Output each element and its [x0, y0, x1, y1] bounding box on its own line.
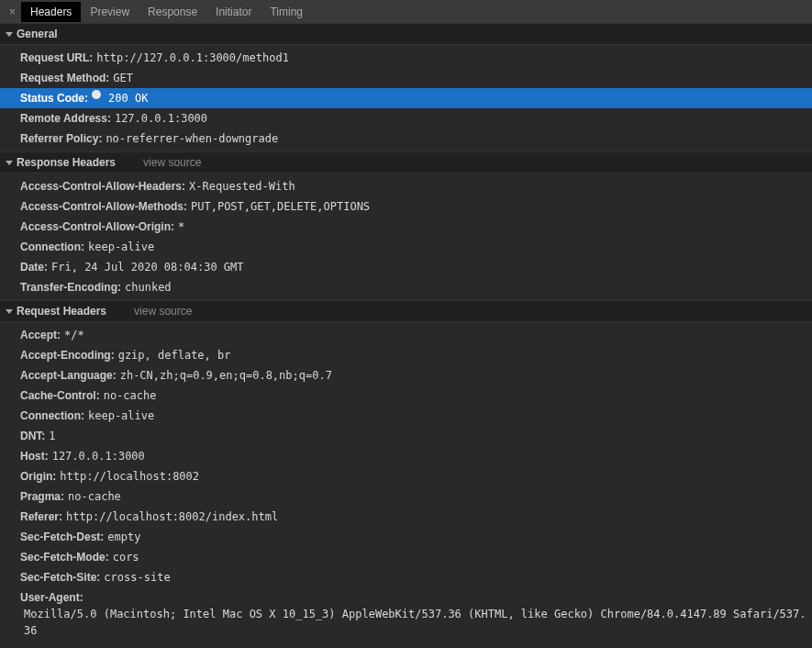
header-value: * — [174, 218, 184, 235]
header-key: Accept-Encoding: — [20, 347, 115, 363]
header-key: Referrer Policy: — [20, 130, 102, 147]
header-row[interactable]: Sec-Fetch-Dest:empty — [0, 527, 812, 547]
header-key: Transfer-Encoding: — [20, 279, 121, 296]
header-row[interactable]: Accept:*/* — [0, 325, 812, 345]
view-source-link[interactable]: view source — [134, 305, 192, 318]
section-header-general[interactable]: General — [0, 23, 812, 45]
chevron-down-icon — [6, 161, 13, 165]
section-title: Request Headers — [17, 305, 106, 318]
section-header-request[interactable]: Request Headers view source — [0, 300, 812, 322]
header-row[interactable]: Access-Control-Allow-Headers:X-Requested… — [0, 176, 812, 196]
header-row[interactable]: Host:127.0.0.1:3000 — [0, 446, 812, 466]
header-key: User-Agent: — [20, 589, 83, 606]
header-value: chunked — [121, 279, 172, 296]
header-row[interactable]: Origin:http://localhost:8002 — [0, 466, 812, 486]
header-value: zh-CN,zh;q=0.9,en;q=0.8,nb;q=0.7 — [117, 367, 332, 384]
header-value: gzip, deflate, br — [115, 347, 231, 363]
chevron-down-icon — [6, 32, 13, 37]
header-value: no-referrer-when-downgrade — [102, 130, 278, 147]
header-value: http://localhost:8002/index.html — [62, 508, 278, 525]
header-row[interactable]: Cache-Control:no-cache — [0, 385, 812, 406]
header-value: GET — [109, 70, 133, 86]
header-value: cross-site — [100, 569, 170, 586]
header-value: X-Requested-With — [185, 178, 295, 195]
header-key: Cache-Control: — [20, 387, 100, 404]
header-row[interactable]: Access-Control-Allow-Origin:* — [0, 217, 812, 237]
header-key: Request Method: — [20, 70, 109, 86]
chevron-down-icon — [6, 309, 13, 314]
header-row[interactable]: Accept-Encoding:gzip, deflate, br — [0, 345, 812, 365]
devtools-tabs: × HeadersPreviewResponseInitiatorTiming — [0, 0, 812, 23]
header-row[interactable]: Pragma:no-cache — [0, 486, 812, 507]
header-key: Pragma: — [20, 488, 64, 505]
header-row[interactable]: Date:Fri, 24 Jul 2020 08:04:30 GMT — [0, 257, 812, 277]
section-body-general: Request URL:http://127.0.0.1:3000/method… — [0, 45, 812, 151]
status-dot-icon — [92, 90, 101, 99]
header-key: Date: — [20, 259, 48, 275]
header-key: Accept: — [20, 327, 61, 343]
tab-timing[interactable]: Timing — [261, 2, 312, 22]
section-header-response[interactable]: Response Headers view source — [0, 151, 812, 173]
header-value: empty — [104, 529, 140, 545]
view-source-link[interactable]: view source — [143, 156, 201, 169]
empty-area — [0, 643, 812, 648]
header-row[interactable]: Sec-Fetch-Site:cross-site — [0, 567, 812, 587]
header-value: no-cache — [64, 488, 121, 505]
header-key: Remote Address: — [20, 110, 111, 127]
header-row[interactable]: Request Method:GET — [0, 68, 812, 88]
header-value: 200 OK — [105, 90, 148, 106]
close-icon[interactable]: × — [4, 6, 21, 18]
tab-response[interactable]: Response — [139, 2, 206, 22]
header-row[interactable]: Transfer-Encoding:chunked — [0, 277, 812, 297]
header-key: Sec-Fetch-Mode: — [20, 549, 109, 565]
header-row[interactable]: Remote Address:127.0.0.1:3000 — [0, 108, 812, 128]
header-value: no-cache — [100, 387, 157, 404]
header-value: PUT,POST,GET,DELETE,OPTIONS — [187, 198, 370, 215]
header-row[interactable]: Accept-Language:zh-CN,zh;q=0.9,en;q=0.8,… — [0, 365, 812, 385]
header-value: 127.0.0.1:3000 — [111, 110, 207, 127]
section-body-request: Accept:*/*Accept-Encoding:gzip, deflate,… — [0, 322, 812, 643]
header-row[interactable]: DNT:1 — [0, 426, 812, 446]
header-row[interactable]: Referer:http://localhost:8002/index.html — [0, 507, 812, 527]
header-value: 1 — [45, 428, 55, 444]
header-key: Connection: — [20, 239, 84, 255]
header-value: */* — [61, 327, 84, 343]
header-row[interactable]: User-Agent:Mozilla/5.0 (Macintosh; Intel… — [0, 587, 812, 641]
header-key: Access-Control-Allow-Headers: — [20, 178, 185, 195]
header-value: Fri, 24 Jul 2020 08:04:30 GMT — [48, 259, 244, 275]
header-key: Access-Control-Allow-Methods: — [20, 198, 187, 215]
header-key: Sec-Fetch-Site: — [20, 569, 100, 586]
header-key: Connection: — [20, 408, 84, 424]
header-value: http://127.0.0.1:3000/method1 — [93, 50, 289, 66]
header-value: keep-alive — [84, 408, 154, 424]
headers-panel: General Request URL:http://127.0.0.1:300… — [0, 23, 812, 643]
header-key: Status Code: — [20, 90, 88, 106]
tab-headers[interactable]: Headers — [21, 2, 81, 22]
header-value: Mozilla/5.0 (Macintosh; Intel Mac OS X 1… — [20, 606, 812, 639]
section-title: Response Headers — [17, 156, 116, 169]
header-row[interactable]: Sec-Fetch-Mode:cors — [0, 547, 812, 567]
header-row[interactable]: Request URL:http://127.0.0.1:3000/method… — [0, 48, 812, 68]
header-key: Accept-Language: — [20, 367, 117, 384]
header-key: Host: — [20, 448, 49, 464]
header-row[interactable]: Access-Control-Allow-Methods:PUT,POST,GE… — [0, 196, 812, 217]
section-title: General — [17, 28, 58, 40]
header-key: Request URL: — [20, 50, 93, 66]
section-body-response: Access-Control-Allow-Headers:X-Requested… — [0, 173, 812, 300]
header-key: Sec-Fetch-Dest: — [20, 529, 104, 545]
header-value: cors — [109, 549, 139, 565]
header-key: DNT: — [20, 428, 45, 444]
tab-preview[interactable]: Preview — [81, 2, 139, 22]
tab-initiator[interactable]: Initiator — [206, 2, 261, 22]
header-value: http://localhost:8002 — [56, 468, 199, 485]
header-key: Access-Control-Allow-Origin: — [20, 218, 174, 235]
header-row[interactable]: Referrer Policy:no-referrer-when-downgra… — [0, 128, 812, 149]
header-row[interactable]: Connection:keep-alive — [0, 406, 812, 426]
header-key: Origin: — [20, 468, 56, 485]
header-value: keep-alive — [84, 239, 154, 255]
header-row[interactable]: Connection:keep-alive — [0, 237, 812, 257]
header-key: Referer: — [20, 508, 62, 525]
header-row[interactable]: Status Code:200 OK — [0, 88, 812, 108]
header-value: 127.0.0.1:3000 — [49, 448, 145, 464]
